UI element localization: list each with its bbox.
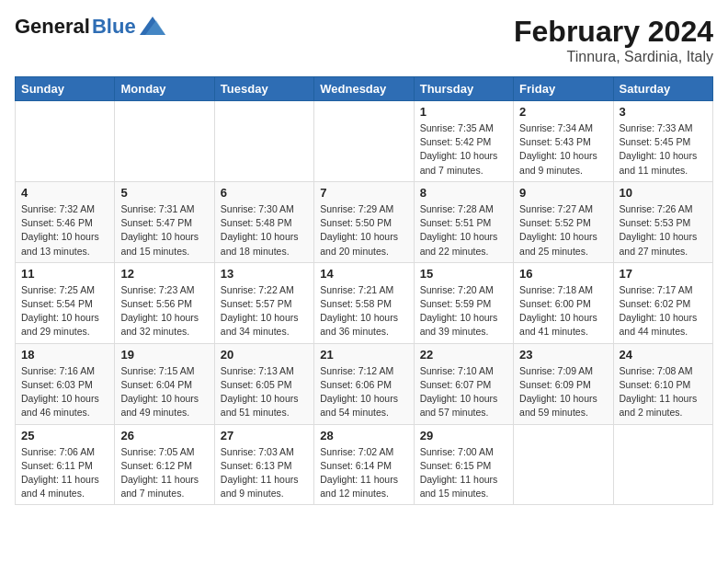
day-number: 18	[21, 348, 108, 362]
calendar-cell: 27Sunrise: 7:03 AM Sunset: 6:13 PM Dayli…	[214, 424, 313, 505]
calendar-cell: 17Sunrise: 7:17 AM Sunset: 6:02 PM Dayli…	[613, 262, 712, 343]
calendar-cell: 20Sunrise: 7:13 AM Sunset: 6:05 PM Dayli…	[214, 343, 313, 424]
weekday-header: Sunday	[16, 77, 115, 101]
calendar-cell: 25Sunrise: 7:06 AM Sunset: 6:11 PM Dayli…	[16, 424, 115, 505]
calendar-cell: 21Sunrise: 7:12 AM Sunset: 6:06 PM Dayli…	[314, 343, 414, 424]
weekday-header: Wednesday	[314, 77, 414, 101]
calendar-cell: 4Sunrise: 7:32 AM Sunset: 5:46 PM Daylig…	[16, 181, 115, 262]
day-info: Sunrise: 7:05 AM Sunset: 6:12 PM Dayligh…	[120, 445, 208, 501]
day-number: 24	[620, 348, 707, 362]
calendar-cell: 8Sunrise: 7:28 AM Sunset: 5:51 PM Daylig…	[414, 181, 513, 262]
day-number: 20	[221, 348, 308, 362]
day-number: 3	[620, 105, 707, 119]
calendar-cell: 28Sunrise: 7:02 AM Sunset: 6:14 PM Dayli…	[314, 424, 414, 505]
day-info: Sunrise: 7:34 AM Sunset: 5:43 PM Dayligh…	[519, 121, 607, 178]
weekday-header: Monday	[115, 77, 214, 101]
day-number: 5	[120, 186, 208, 200]
day-info: Sunrise: 7:28 AM Sunset: 5:51 PM Dayligh…	[420, 202, 507, 259]
title-block: February 2024 Tinnura, Sardinia, Italy	[514, 15, 713, 65]
calendar-week-row: 11Sunrise: 7:25 AM Sunset: 5:54 PM Dayli…	[16, 262, 713, 343]
calendar-cell: 2Sunrise: 7:34 AM Sunset: 5:43 PM Daylig…	[514, 101, 613, 182]
weekday-header: Thursday	[414, 77, 513, 101]
day-info: Sunrise: 7:20 AM Sunset: 5:59 PM Dayligh…	[420, 283, 507, 339]
day-info: Sunrise: 7:21 AM Sunset: 5:58 PM Dayligh…	[320, 283, 407, 339]
weekday-header: Saturday	[613, 77, 712, 101]
calendar-cell: 5Sunrise: 7:31 AM Sunset: 5:47 PM Daylig…	[115, 181, 214, 262]
day-info: Sunrise: 7:31 AM Sunset: 5:47 PM Dayligh…	[120, 202, 208, 259]
day-info: Sunrise: 7:06 AM Sunset: 6:11 PM Dayligh…	[21, 445, 108, 501]
day-info: Sunrise: 7:18 AM Sunset: 6:00 PM Dayligh…	[519, 283, 607, 339]
day-info: Sunrise: 7:33 AM Sunset: 5:45 PM Dayligh…	[620, 121, 707, 178]
day-number: 23	[519, 348, 607, 362]
calendar-cell: 7Sunrise: 7:29 AM Sunset: 5:50 PM Daylig…	[314, 181, 414, 262]
weekday-header: Tuesday	[214, 77, 313, 101]
day-number: 25	[21, 429, 108, 442]
day-number: 26	[120, 429, 208, 442]
day-info: Sunrise: 7:12 AM Sunset: 6:06 PM Dayligh…	[320, 364, 407, 420]
day-info: Sunrise: 7:09 AM Sunset: 6:09 PM Dayligh…	[519, 364, 607, 420]
day-info: Sunrise: 7:29 AM Sunset: 5:50 PM Dayligh…	[320, 202, 407, 259]
day-info: Sunrise: 7:08 AM Sunset: 6:10 PM Dayligh…	[620, 364, 707, 420]
day-number: 27	[221, 429, 308, 442]
calendar-cell: 22Sunrise: 7:10 AM Sunset: 6:07 PM Dayli…	[414, 343, 513, 424]
day-info: Sunrise: 7:10 AM Sunset: 6:07 PM Dayligh…	[420, 364, 507, 420]
calendar-cell	[16, 101, 115, 182]
page-header: General Blue February 2024 Tinnura, Sard…	[15, 15, 713, 65]
day-number: 28	[320, 429, 407, 442]
day-number: 8	[420, 186, 507, 200]
day-info: Sunrise: 7:35 AM Sunset: 5:42 PM Dayligh…	[420, 121, 507, 178]
day-info: Sunrise: 7:25 AM Sunset: 5:54 PM Dayligh…	[21, 283, 108, 339]
calendar-week-row: 1Sunrise: 7:35 AM Sunset: 5:42 PM Daylig…	[16, 101, 713, 182]
calendar-cell: 14Sunrise: 7:21 AM Sunset: 5:58 PM Dayli…	[314, 262, 414, 343]
calendar-cell: 19Sunrise: 7:15 AM Sunset: 6:04 PM Dayli…	[115, 343, 214, 424]
day-number: 21	[320, 348, 407, 362]
calendar-cell: 23Sunrise: 7:09 AM Sunset: 6:09 PM Dayli…	[514, 343, 613, 424]
calendar-cell: 26Sunrise: 7:05 AM Sunset: 6:12 PM Dayli…	[115, 424, 214, 505]
calendar-cell	[214, 101, 313, 182]
calendar-cell: 6Sunrise: 7:30 AM Sunset: 5:48 PM Daylig…	[214, 181, 313, 262]
calendar-cell: 24Sunrise: 7:08 AM Sunset: 6:10 PM Dayli…	[613, 343, 712, 424]
day-info: Sunrise: 7:02 AM Sunset: 6:14 PM Dayligh…	[320, 445, 407, 501]
logo: General Blue	[15, 15, 165, 39]
calendar-cell: 10Sunrise: 7:26 AM Sunset: 5:53 PM Dayli…	[613, 181, 712, 262]
logo-icon	[140, 17, 165, 35]
day-number: 4	[21, 186, 108, 200]
day-info: Sunrise: 7:15 AM Sunset: 6:04 PM Dayligh…	[120, 364, 208, 420]
day-number: 19	[120, 348, 208, 362]
calendar-cell: 29Sunrise: 7:00 AM Sunset: 6:15 PM Dayli…	[414, 424, 513, 505]
calendar-cell: 12Sunrise: 7:23 AM Sunset: 5:56 PM Dayli…	[115, 262, 214, 343]
calendar-cell	[314, 101, 414, 182]
day-info: Sunrise: 7:17 AM Sunset: 6:02 PM Dayligh…	[620, 283, 707, 339]
day-number: 2	[519, 105, 607, 119]
day-number: 16	[519, 267, 607, 281]
day-info: Sunrise: 7:27 AM Sunset: 5:52 PM Dayligh…	[519, 202, 607, 259]
calendar-cell	[514, 424, 613, 505]
month-year: February 2024	[514, 15, 713, 49]
calendar-cell: 9Sunrise: 7:27 AM Sunset: 5:52 PM Daylig…	[514, 181, 613, 262]
day-number: 17	[620, 267, 707, 281]
day-info: Sunrise: 7:03 AM Sunset: 6:13 PM Dayligh…	[221, 445, 308, 501]
day-number: 13	[221, 267, 308, 281]
calendar-cell: 11Sunrise: 7:25 AM Sunset: 5:54 PM Dayli…	[16, 262, 115, 343]
day-info: Sunrise: 7:16 AM Sunset: 6:03 PM Dayligh…	[21, 364, 108, 420]
day-number: 6	[221, 186, 308, 200]
calendar-week-row: 18Sunrise: 7:16 AM Sunset: 6:03 PM Dayli…	[16, 343, 713, 424]
day-number: 15	[420, 267, 507, 281]
day-number: 14	[320, 267, 407, 281]
day-number: 10	[620, 186, 707, 200]
calendar-cell: 16Sunrise: 7:18 AM Sunset: 6:00 PM Dayli…	[514, 262, 613, 343]
day-number: 7	[320, 186, 407, 200]
day-info: Sunrise: 7:30 AM Sunset: 5:48 PM Dayligh…	[221, 202, 308, 259]
day-info: Sunrise: 7:22 AM Sunset: 5:57 PM Dayligh…	[221, 283, 308, 339]
calendar-cell: 13Sunrise: 7:22 AM Sunset: 5:57 PM Dayli…	[214, 262, 313, 343]
location: Tinnura, Sardinia, Italy	[514, 49, 713, 65]
calendar-cell: 18Sunrise: 7:16 AM Sunset: 6:03 PM Dayli…	[16, 343, 115, 424]
day-number: 1	[420, 105, 507, 119]
day-number: 22	[420, 348, 507, 362]
weekday-header: Friday	[514, 77, 613, 101]
day-info: Sunrise: 7:23 AM Sunset: 5:56 PM Dayligh…	[120, 283, 208, 339]
day-info: Sunrise: 7:32 AM Sunset: 5:46 PM Dayligh…	[21, 202, 108, 259]
calendar-header-row: SundayMondayTuesdayWednesdayThursdayFrid…	[16, 77, 713, 101]
logo-general: General	[15, 15, 90, 39]
calendar-week-row: 25Sunrise: 7:06 AM Sunset: 6:11 PM Dayli…	[16, 424, 713, 505]
